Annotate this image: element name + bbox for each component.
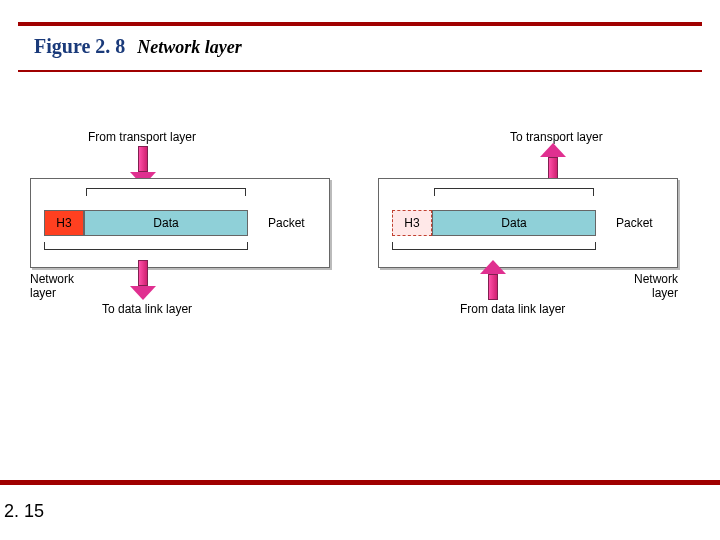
figure-number: Figure 2. 8 xyxy=(34,35,125,58)
arrow-up-icon xyxy=(540,143,566,183)
bottom-rule xyxy=(0,480,720,485)
top-rule xyxy=(18,22,702,26)
page-number: 2. 15 xyxy=(4,501,44,522)
left-packet-label: Packet xyxy=(268,216,305,230)
right-packet-label: Packet xyxy=(616,216,653,230)
right-data-bracket xyxy=(434,188,594,196)
right-header-text: H3 xyxy=(404,216,419,230)
right-bottom-label: From data link layer xyxy=(460,302,565,316)
left-data-block: Data xyxy=(84,210,248,236)
figure-title: Network layer xyxy=(137,37,241,58)
left-data-bracket xyxy=(86,188,246,196)
right-data-block: Data xyxy=(432,210,596,236)
left-header-text: H3 xyxy=(56,216,71,230)
title-underline xyxy=(18,70,702,72)
right-packet-bracket xyxy=(392,242,596,250)
arrow-down-icon xyxy=(130,260,156,300)
right-header-block: H3 xyxy=(392,210,432,236)
figure-title-row: Figure 2. 8 Network layer xyxy=(34,35,242,58)
right-data-text: Data xyxy=(501,216,526,230)
right-top-label: To transport layer xyxy=(510,130,603,144)
left-top-label: From transport layer xyxy=(88,130,196,144)
arrow-up-icon xyxy=(480,260,506,300)
left-side-label: Network layer xyxy=(30,272,74,300)
left-packet-bracket xyxy=(44,242,248,250)
diagram-stage: From transport layer H3 Data Packet To d… xyxy=(30,130,690,420)
left-bottom-label: To data link layer xyxy=(102,302,192,316)
left-header-block: H3 xyxy=(44,210,84,236)
left-data-text: Data xyxy=(153,216,178,230)
right-side-label: Network layer xyxy=(634,272,678,300)
